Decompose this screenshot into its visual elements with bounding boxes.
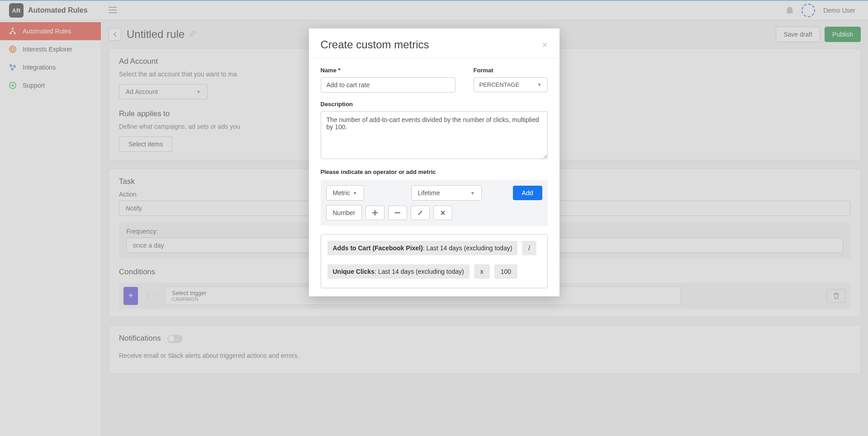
- modal-title: Create custom metrics: [321, 38, 429, 51]
- chevron-down-icon: ▼: [353, 191, 357, 196]
- minus-operator-button[interactable]: [388, 206, 407, 220]
- chip-metric-range: : Last 14 days (excluding today): [423, 244, 512, 252]
- metric-row: Metric ▼ Lifetime ▼ Add: [326, 185, 542, 201]
- divide-operator-button[interactable]: [411, 206, 430, 220]
- name-input[interactable]: [321, 77, 455, 93]
- description-label: Description: [321, 101, 548, 108]
- metric-label: Metric: [333, 189, 350, 197]
- operator-hint: Please indicate an operator or add metri…: [321, 169, 548, 175]
- format-value: PERCENTAGE: [479, 81, 520, 88]
- add-button[interactable]: Add: [513, 186, 542, 200]
- number-button[interactable]: Number: [326, 205, 362, 220]
- operator-row: Number: [326, 205, 542, 220]
- metric-dropdown[interactable]: Metric ▼: [326, 185, 364, 201]
- chip-metric-name: Unique Clicks: [333, 268, 375, 275]
- name-label: Name *: [321, 67, 455, 74]
- close-icon[interactable]: ×: [542, 40, 548, 50]
- modal: Create custom metrics × Name * Format PE…: [309, 28, 560, 296]
- name-col: Name *: [321, 67, 455, 93]
- formula-chip[interactable]: Adds to Cart (Facebook Pixel): Last 14 d…: [327, 241, 518, 255]
- chevron-down-icon: ▼: [470, 191, 475, 196]
- formula-box[interactable]: Adds to Cart (Facebook Pixel): Last 14 d…: [321, 234, 548, 288]
- chip-metric-name: Adds to Cart (Facebook Pixel): [333, 244, 423, 252]
- formula-number[interactable]: 100: [494, 264, 517, 279]
- format-col: Format PERCENTAGE ▼: [474, 67, 548, 93]
- formula-chip[interactable]: Unique Clicks: Last 14 days (excluding t…: [327, 264, 470, 279]
- timeframe-value: Lifetime: [418, 189, 440, 197]
- timeframe-select[interactable]: Lifetime ▼: [411, 185, 482, 201]
- plus-operator-button[interactable]: [365, 206, 384, 220]
- modal-overlay[interactable]: Create custom metrics × Name * Format PE…: [0, 0, 868, 436]
- operator-section: Metric ▼ Lifetime ▼ Add Number: [321, 180, 548, 226]
- formula-operator[interactable]: /: [522, 241, 536, 255]
- description-group: Description: [321, 101, 548, 160]
- formula-operator[interactable]: x: [474, 264, 490, 279]
- chip-metric-range: : Last 14 days (excluding today): [375, 268, 464, 275]
- modal-header: Create custom metrics ×: [309, 28, 560, 59]
- chevron-down-icon: ▼: [537, 82, 542, 87]
- multiply-operator-button[interactable]: [433, 206, 452, 220]
- modal-body: Name * Format PERCENTAGE ▼ Description P…: [309, 59, 560, 296]
- name-format-row: Name * Format PERCENTAGE ▼: [321, 67, 548, 93]
- description-input[interactable]: [321, 111, 548, 159]
- format-label: Format: [474, 67, 548, 74]
- format-select[interactable]: PERCENTAGE ▼: [474, 77, 548, 92]
